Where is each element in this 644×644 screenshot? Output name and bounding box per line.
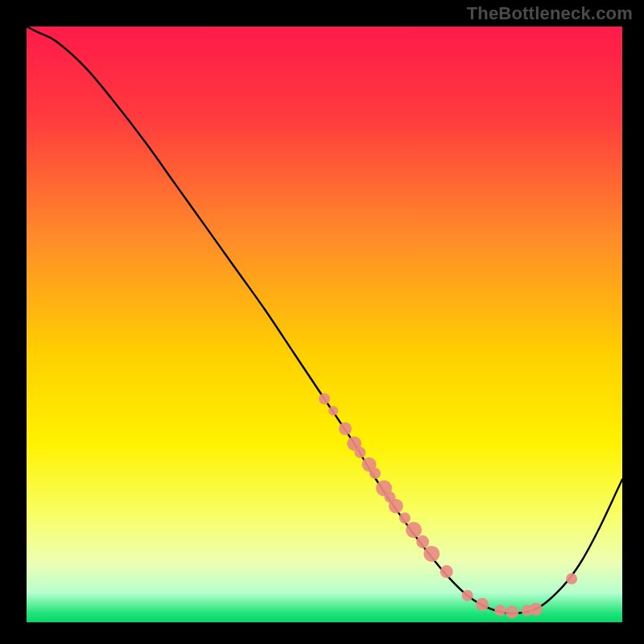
data-point xyxy=(406,522,422,538)
data-point xyxy=(389,499,403,514)
data-point xyxy=(339,423,352,436)
data-point xyxy=(319,394,330,405)
data-point xyxy=(399,513,411,524)
data-point xyxy=(416,535,429,548)
data-point xyxy=(423,546,440,562)
plot-background xyxy=(27,27,622,622)
data-point xyxy=(494,605,506,616)
data-point xyxy=(476,598,489,611)
bottleneck-chart xyxy=(0,0,644,644)
data-point xyxy=(566,573,577,584)
data-point xyxy=(530,603,543,616)
data-point xyxy=(506,605,518,618)
watermark-text: TheBottleneck.com xyxy=(467,3,633,24)
data-point xyxy=(440,565,453,578)
data-point xyxy=(354,447,365,458)
data-point xyxy=(369,468,381,479)
data-point xyxy=(328,406,338,415)
data-point xyxy=(462,590,473,601)
chart-stage: { "watermark": "TheBottleneck.com", "col… xyxy=(0,0,644,644)
